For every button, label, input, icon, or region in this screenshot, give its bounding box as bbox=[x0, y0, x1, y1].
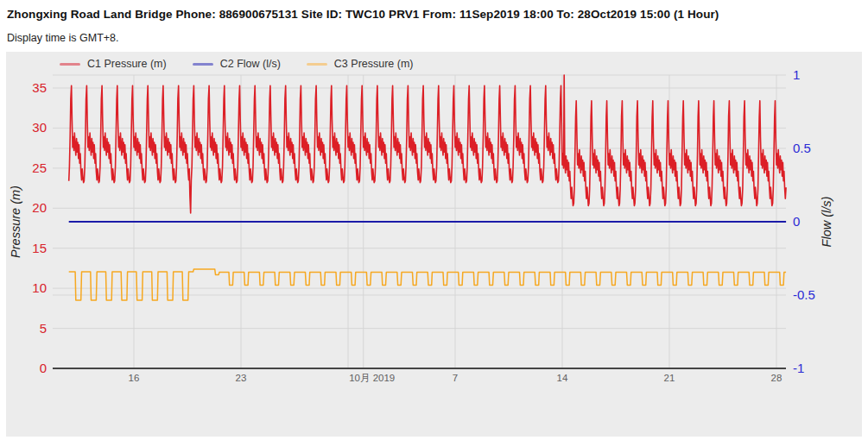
svg-text:10月 2019: 10月 2019 bbox=[349, 373, 395, 383]
c1-series-line bbox=[69, 75, 786, 213]
report-page: Zhongxing Road Land Bridge Phone: 886900… bbox=[0, 0, 868, 440]
svg-text:5: 5 bbox=[40, 321, 47, 336]
legend-item-c3[interactable]: C3 Pressure (m) bbox=[307, 58, 414, 70]
legend-item-c2[interactable]: C2 Flow (l/s) bbox=[193, 58, 281, 70]
svg-text:-1: -1 bbox=[793, 361, 804, 375]
report-title: Zhongxing Road Land Bridge Phone: 886900… bbox=[0, 0, 868, 21]
svg-text:16: 16 bbox=[129, 373, 140, 383]
svg-text:23: 23 bbox=[236, 373, 247, 383]
pressure-axis-title: Pressure (m) bbox=[9, 185, 22, 258]
c3-series-line bbox=[69, 269, 786, 300]
svg-text:35: 35 bbox=[32, 80, 47, 95]
c2-series-marker-icon bbox=[193, 63, 213, 66]
svg-text:-0.5: -0.5 bbox=[793, 287, 815, 302]
legend-item-c1[interactable]: C1 Pressure (m) bbox=[60, 58, 167, 70]
svg-text:0: 0 bbox=[40, 361, 47, 375]
chart-canvas[interactable]: 162310月 2019714212805101520253035-1-0.50… bbox=[6, 52, 862, 437]
svg-text:25: 25 bbox=[32, 160, 47, 175]
chart-panel: 162310月 2019714212805101520253035-1-0.50… bbox=[6, 52, 862, 437]
svg-text:0: 0 bbox=[793, 214, 800, 229]
timezone-note: Display time is GMT+8. bbox=[0, 21, 868, 52]
legend-label-c1: C1 Pressure (m) bbox=[87, 58, 167, 70]
svg-text:0.5: 0.5 bbox=[793, 141, 811, 155]
svg-text:10: 10 bbox=[32, 280, 47, 295]
c3-series-marker-icon bbox=[307, 63, 327, 66]
c1-series-marker-icon bbox=[60, 63, 80, 66]
svg-text:15: 15 bbox=[32, 241, 47, 255]
legend-label-c3: C3 Pressure (m) bbox=[334, 58, 414, 70]
svg-text:14: 14 bbox=[557, 373, 568, 383]
chart-legend: C1 Pressure (m) C2 Flow (l/s) C3 Pressur… bbox=[60, 58, 414, 70]
svg-text:20: 20 bbox=[32, 200, 47, 215]
svg-text:1: 1 bbox=[793, 67, 800, 82]
svg-text:30: 30 bbox=[32, 120, 47, 135]
svg-text:28: 28 bbox=[771, 373, 782, 383]
svg-text:7: 7 bbox=[453, 373, 458, 383]
flow-axis-title: Flow (l/s) bbox=[820, 197, 833, 248]
legend-label-c2: C2 Flow (l/s) bbox=[220, 58, 281, 70]
svg-text:21: 21 bbox=[664, 373, 675, 383]
